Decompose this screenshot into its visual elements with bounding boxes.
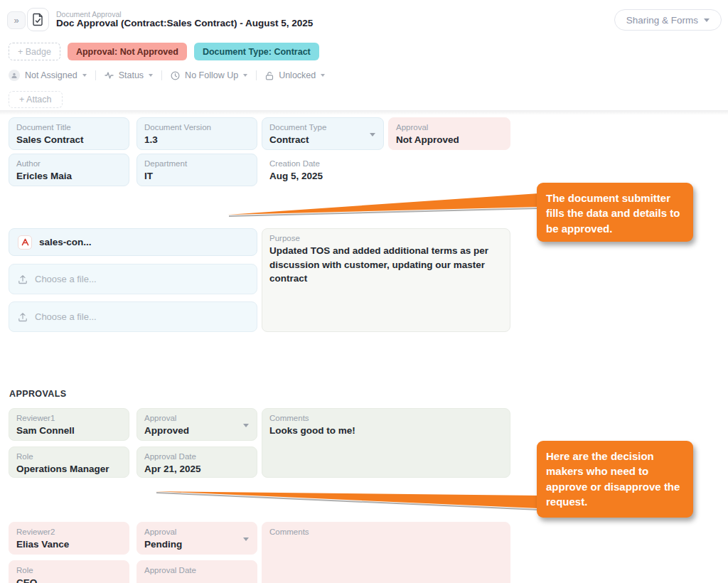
field-department[interactable]: Department IT [136, 154, 257, 186]
upload-icon [18, 312, 28, 322]
collapse-sidebar-button[interactable]: » [7, 11, 26, 29]
assignee-dropdown[interactable]: Not Assigned [9, 70, 87, 81]
unlock-icon [265, 71, 274, 80]
double-chevron-right-icon: » [14, 15, 18, 26]
toolbar-divider [95, 70, 96, 80]
avatar-icon [9, 70, 20, 81]
field-document-title[interactable]: Document Title Sales Contract [9, 117, 129, 150]
toolbar-divider [161, 70, 162, 80]
field-reviewer1-name: Reviewer1 Sam Connell [9, 408, 129, 441]
document-approval-page: » Document Approval Doc Approval (Contra… [0, 0, 728, 583]
callout-submitter-note: The document submitter fills the data an… [537, 183, 693, 242]
field-reviewer1-comments[interactable]: Comments Looks good to me! [262, 408, 510, 478]
chevron-down-icon [243, 424, 249, 427]
task-toolbar: Not Assigned Status No Follow Up Unlocke… [9, 70, 325, 81]
chevron-down-icon [82, 74, 87, 77]
document-check-icon [27, 8, 49, 31]
follow-up-dropdown[interactable]: No Follow Up [171, 70, 247, 80]
field-approval-status: Approval Not Approved [388, 117, 510, 150]
lock-dropdown[interactable]: Unlocked [265, 70, 325, 80]
badge-bar: + Badge Approval: Not Approved Document … [9, 43, 319, 60]
chevron-down-icon [704, 18, 710, 22]
field-document-type-select[interactable]: Document Type Contract [262, 117, 384, 150]
lock-label: Unlocked [279, 70, 316, 80]
field-document-version[interactable]: Document Version 1.3 [136, 117, 257, 150]
approval-status-badge[interactable]: Approval: Not Approved [68, 43, 187, 60]
header-shadow [0, 110, 728, 115]
attach-button[interactable]: + Attach [9, 91, 63, 108]
field-reviewer2-approval-date[interactable]: Approval Date [136, 560, 257, 583]
file-name: sales-con... [39, 237, 92, 247]
file-upload-field-2[interactable]: Choose a file... [9, 301, 257, 332]
field-creation-date: Creation Date Aug 5, 2025 [262, 154, 384, 186]
field-reviewer2-comments[interactable]: Comments [262, 522, 510, 583]
clock-icon [171, 71, 180, 80]
sharing-forms-label: Sharing & Forms [626, 15, 698, 26]
document-type-badge[interactable]: Document Type: Contract [194, 43, 319, 60]
chevron-down-icon [243, 74, 247, 77]
upload-placeholder: Choose a file... [35, 311, 97, 322]
file-upload-field-1[interactable]: Choose a file... [9, 264, 257, 294]
field-reviewer2-approval-select[interactable]: Approval Pending [136, 522, 257, 555]
status-dropdown[interactable]: Status [105, 70, 153, 80]
chevron-down-icon [321, 74, 325, 77]
chevron-down-icon [243, 537, 249, 541]
field-reviewer2-role: Role CEO [9, 560, 129, 583]
chevron-down-icon [370, 133, 375, 137]
field-reviewer1-role: Role Operations Manager [9, 446, 129, 478]
upload-icon [18, 274, 28, 284]
attached-file[interactable]: sales-con... [9, 228, 257, 256]
sharing-forms-button[interactable]: Sharing & Forms [614, 9, 722, 31]
page-title: Doc Approval (Contract:Sales Contract) -… [56, 18, 313, 28]
field-purpose[interactable]: Purpose Updated TOS and added additional… [262, 228, 510, 332]
field-reviewer1-approval-select[interactable]: Approval Approved [136, 408, 257, 441]
field-reviewer2-name: Reviewer2 Elias Vance [9, 522, 129, 555]
approvals-section-title: APPROVALS [9, 389, 66, 399]
follow-up-label: No Follow Up [185, 70, 238, 80]
upload-placeholder: Choose a file... [35, 274, 97, 284]
field-author[interactable]: Author Ericles Maia [9, 154, 129, 186]
add-badge-button[interactable]: + Badge [9, 43, 60, 60]
toolbar-divider [256, 70, 257, 80]
chevron-down-icon [149, 74, 153, 77]
pdf-file-icon [18, 235, 32, 250]
status-label: Status [119, 70, 144, 80]
callout-approvers-note: Here are the decision makers who need to… [537, 441, 693, 518]
activity-icon [105, 71, 114, 80]
assignee-label: Not Assigned [25, 70, 77, 80]
field-reviewer1-approval-date[interactable]: Approval Date Apr 21, 2025 [136, 446, 257, 478]
